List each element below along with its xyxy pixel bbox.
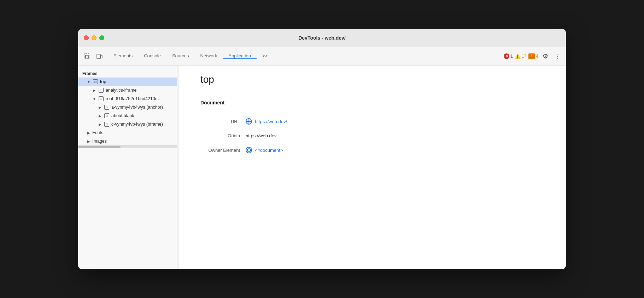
expand-arrow-analytics: [92, 88, 96, 92]
error-badge[interactable]: ✕ 1: [504, 53, 513, 59]
minimize-button[interactable]: [92, 35, 96, 40]
expand-arrow-about: [98, 114, 102, 118]
owner-element-link[interactable]: <#document>: [255, 148, 283, 153]
sidebar-item-top[interactable]: □ top: [78, 78, 177, 86]
globe-icon: [246, 118, 252, 125]
info-icon: !: [528, 53, 535, 59]
frame-icon-top: □: [93, 79, 98, 84]
inspect-element-icon[interactable]: [81, 51, 92, 62]
sidebar-item-root-frame[interactable]: □ root_616a752e1b5d4210d3ec: [78, 94, 177, 103]
titlebar: DevTools - web.dev/: [78, 29, 566, 47]
origin-label: Origin: [191, 133, 240, 138]
sidebar-item-analytics-iframe[interactable]: □ analytics-iframe: [78, 86, 177, 94]
tab-console[interactable]: Console: [138, 53, 166, 59]
expand-arrow-top: [87, 80, 91, 84]
url-row: URL https://web.dev/: [191, 114, 555, 129]
tab-application[interactable]: Application: [223, 53, 257, 59]
expand-arrow-c-vynmy: [98, 122, 102, 126]
svg-rect-1: [86, 55, 88, 58]
toolbar-right: ✕ 1 ⚠️ 17 ! 4 ⚙ ⋮: [504, 51, 563, 62]
tab-bar: Elements Console Sources Network Applica…: [106, 53, 502, 59]
tab-elements[interactable]: Elements: [108, 53, 138, 59]
owner-element-value: <#document>: [246, 147, 283, 153]
window-title: DevTools - web.dev/: [298, 35, 346, 41]
owner-element-row: Owner Element <#document>: [191, 143, 555, 157]
sidebar-item-images[interactable]: Images: [78, 137, 177, 145]
error-icon: ✕: [504, 53, 509, 59]
sidebar-item-about-blank[interactable]: □ about:blank: [78, 111, 177, 120]
sidebar-item-a-vynmy[interactable]: □ a-vynmy4vb4wys (anchor): [78, 103, 177, 111]
panel-title: top: [200, 74, 214, 85]
frame-icon-analytics: □: [99, 88, 104, 93]
sidebar-section-frames: Frames: [78, 68, 177, 78]
warning-badge[interactable]: ⚠️ 17: [515, 53, 526, 59]
tab-overflow[interactable]: >>: [257, 53, 273, 59]
device-toggle-icon[interactable]: [94, 51, 105, 62]
info-badge[interactable]: ! 4: [528, 53, 538, 59]
origin-row: Origin https://web.dev: [191, 129, 555, 143]
content-area: Frames □ top □ analytics-iframe □ root_6…: [78, 65, 566, 269]
close-button[interactable]: [84, 35, 89, 40]
tab-network[interactable]: Network: [195, 53, 223, 59]
expand-arrow-a-vynmy: [98, 105, 102, 109]
devtools-window: DevTools - web.dev/ Elements Console: [78, 29, 566, 269]
sidebar-item-fonts[interactable]: Fonts: [78, 128, 177, 137]
more-options-icon[interactable]: ⋮: [552, 51, 563, 62]
traffic-lights: [84, 35, 104, 40]
warning-icon: ⚠️: [515, 53, 521, 59]
url-label: URL: [191, 119, 240, 124]
toolbar: Elements Console Sources Network Applica…: [78, 47, 566, 65]
url-link[interactable]: https://web.dev/: [255, 119, 287, 124]
sidebar-scrollbar[interactable]: [78, 145, 177, 148]
tab-sources[interactable]: Sources: [166, 53, 195, 59]
document-section-title: Document: [191, 100, 555, 105]
origin-value: https://web.dev: [246, 133, 276, 138]
frame-icon-c-vynmy: □: [104, 122, 109, 127]
url-value: https://web.dev/: [246, 118, 287, 125]
sidebar: Frames □ top □ analytics-iframe □ root_6…: [78, 65, 177, 269]
owner-element-label: Owner Element: [191, 148, 240, 153]
main-panel: top Document URL https://web.dev/ Origin: [179, 65, 566, 269]
maximize-button[interactable]: [99, 35, 104, 40]
main-panel-header: top: [179, 65, 566, 91]
expand-arrow-images: [87, 139, 91, 143]
frame-icon-root: □: [99, 96, 104, 101]
expand-arrow-root: [92, 97, 96, 101]
scope-icon: [246, 147, 252, 153]
expand-arrow-fonts: [87, 131, 91, 135]
sidebar-item-c-vynmy[interactable]: □ c-vynmy4vb4wys (bframe): [78, 120, 177, 128]
frame-icon-about: □: [104, 113, 109, 118]
sidebar-scrollbar-thumb: [78, 146, 121, 148]
frame-icon-a-vynmy: □: [104, 105, 109, 110]
main-panel-body: Document URL https://web.dev/ Origin htt…: [179, 91, 566, 166]
svg-rect-3: [101, 55, 102, 58]
settings-icon[interactable]: ⚙: [540, 51, 550, 62]
